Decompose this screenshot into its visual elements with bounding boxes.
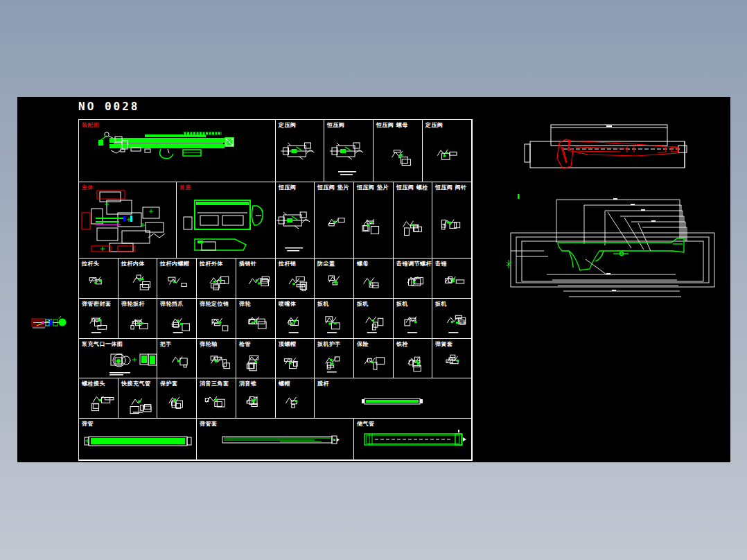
- part-label: 弹轮扳杆: [121, 301, 145, 308]
- part-cell-r1-11[interactable]: 恒压阀 阀针: [432, 182, 472, 259]
- part-label: 恒压阀: [327, 122, 345, 129]
- part-cell-r2-20[interactable]: 击锤调节螺杆: [394, 259, 432, 299]
- part-sketch: [324, 120, 374, 182]
- part-cell-r3-26[interactable]: 弹轮: [236, 299, 276, 339]
- part-label: 枪管: [239, 341, 251, 348]
- part-label: 螺帽: [279, 380, 290, 387]
- part-cell-r5-43[interactable]: 保护套: [157, 378, 197, 419]
- part-sketch: [276, 120, 324, 182]
- part-cell-r6-48[interactable]: 弹管: [79, 419, 197, 460]
- part-cell-r1-6[interactable]: 首座: [177, 182, 276, 259]
- part-cell-r3-27[interactable]: 喷嘴体: [276, 299, 315, 339]
- part-cell-r1-5[interactable]: 主体: [79, 182, 177, 259]
- stock-dimension-view-green[interactable]: [502, 193, 723, 304]
- margin-detail-sketch[interactable]: [31, 313, 69, 331]
- part-cell-r0-3[interactable]: 恒压阀 螺母: [374, 120, 423, 182]
- part-label: 拉杆头: [82, 261, 100, 268]
- part-cell-r2-19[interactable]: 螺母: [354, 259, 394, 299]
- part-label: 快接充气管: [121, 380, 151, 387]
- part-sketch: [276, 182, 315, 259]
- part-cell-r4-34[interactable]: 弹轮轴: [197, 339, 236, 378]
- part-cell-r2-13[interactable]: 拉杆内体: [118, 259, 157, 299]
- part-cell-r4-38[interactable]: 保险: [354, 339, 394, 378]
- part-cell-r3-23[interactable]: 弹轮扳杆: [118, 299, 157, 339]
- part-label: 恒压阀 螺母: [376, 122, 408, 129]
- part-label: 恒压阀 垫片: [317, 184, 349, 191]
- part-sketch: [354, 182, 394, 259]
- part-cell-r0-4[interactable]: 定压阀: [423, 120, 472, 182]
- part-label: 拉杆外体: [200, 261, 223, 268]
- part-label: 泵充气口一体图: [82, 341, 123, 348]
- part-cell-r6-49[interactable]: 弹管套: [197, 419, 354, 460]
- part-sketch: [79, 120, 276, 182]
- part-cell-r4-36[interactable]: 顶螺帽: [276, 339, 315, 378]
- part-cell-r4-37[interactable]: 扳机护手: [315, 339, 354, 378]
- part-cell-r0-1[interactable]: 定压阀: [276, 120, 324, 182]
- part-label: 弹轮定位销: [200, 301, 229, 308]
- part-cell-r2-14[interactable]: 拉杆内螺帽: [157, 259, 197, 299]
- part-cell-r5-41[interactable]: 螺栓接头: [79, 378, 118, 419]
- part-sketch: [79, 419, 197, 460]
- part-cell-r3-28[interactable]: 扳机: [315, 299, 354, 339]
- part-cell-r1-10[interactable]: 恒压阀 螺栓: [394, 182, 432, 259]
- part-cell-r2-17[interactable]: 拉杆销: [276, 259, 315, 299]
- part-cell-r1-8[interactable]: 恒压阀 垫片: [315, 182, 354, 259]
- cad-drawing-canvas[interactable]: NO 0028 装配图定压阀恒压阀恒压阀 螺母定压阀主体首座恒压阀恒压阀 垫片恒…: [17, 97, 730, 462]
- part-label: 定压阀: [425, 122, 443, 129]
- part-cell-r2-16[interactable]: 插销针: [236, 259, 276, 299]
- part-cell-r3-29[interactable]: 扳机: [354, 299, 394, 339]
- part-label: 防尘盖: [317, 261, 335, 268]
- part-label: 主体: [82, 184, 94, 191]
- stock-green-drawing: [502, 193, 723, 304]
- part-label: 扳机: [357, 301, 369, 308]
- part-cell-r0-2[interactable]: 恒压阀: [324, 120, 374, 182]
- part-cell-r4-40[interactable]: 弹簧套: [432, 339, 472, 378]
- part-label: 拉杆销: [279, 261, 297, 268]
- part-sketch: [432, 182, 472, 259]
- part-cell-r4-35[interactable]: 枪管: [236, 339, 276, 378]
- part-label: 储气管: [357, 421, 375, 428]
- part-sketch: [197, 419, 354, 460]
- part-label: 定压阀: [279, 122, 297, 129]
- part-label: 扳机护手: [317, 341, 341, 348]
- part-cell-r4-32[interactable]: 泵充气口一体图: [79, 339, 157, 378]
- part-cell-r3-22[interactable]: 弹管密封套: [79, 299, 118, 339]
- stock-side-view-red[interactable]: [523, 119, 696, 175]
- stock-red-drawing: [523, 119, 696, 175]
- part-cell-r4-39[interactable]: 铁栓: [394, 339, 432, 378]
- part-cell-r1-9[interactable]: 恒压阀 垫片: [354, 182, 394, 259]
- part-cell-r2-21[interactable]: 击锤: [432, 259, 472, 299]
- part-cell-r5-42[interactable]: 快接充气管: [118, 378, 157, 419]
- margin-detail-drawing: [31, 313, 69, 331]
- part-cell-r5-44[interactable]: 消音三角套: [197, 378, 236, 419]
- part-label: 装配图: [82, 122, 100, 129]
- part-sketch: [79, 182, 177, 259]
- part-label: 恒压阀 螺栓: [396, 184, 428, 191]
- part-cell-r1-7[interactable]: 恒压阀: [276, 182, 315, 259]
- part-cell-r5-46[interactable]: 螺帽: [276, 378, 315, 419]
- part-sketch: [315, 182, 354, 259]
- part-label: 消音三角套: [200, 380, 229, 387]
- part-cell-r2-18[interactable]: 防尘盖: [315, 259, 354, 299]
- part-label: 首座: [179, 184, 191, 191]
- part-sketch: [177, 182, 276, 259]
- part-label: 顶螺帽: [279, 341, 297, 348]
- part-sketch: [315, 378, 472, 419]
- part-label: 保险: [357, 341, 369, 348]
- part-cell-r2-15[interactable]: 拉杆外体: [197, 259, 236, 299]
- part-cell-r0-0[interactable]: 装配图: [79, 120, 276, 182]
- part-cell-r3-24[interactable]: 弹轮挡爪: [157, 299, 197, 339]
- part-cell-r5-47[interactable]: 膛杆: [315, 378, 472, 419]
- part-label: 恒压阀 阀针: [435, 184, 467, 191]
- part-sketch: [394, 182, 432, 259]
- part-label: 弹簧套: [435, 341, 453, 348]
- part-cell-r4-33[interactable]: 把手: [157, 339, 197, 378]
- part-cell-r3-25[interactable]: 弹轮定位销: [197, 299, 236, 339]
- part-cell-r6-50[interactable]: 储气管: [354, 419, 472, 460]
- part-cell-r3-30[interactable]: 扳机: [394, 299, 432, 339]
- part-label: 恒压阀 垫片: [357, 184, 389, 191]
- part-cell-r5-45[interactable]: 消音锥: [236, 378, 276, 419]
- part-cell-r3-31[interactable]: 扳机: [432, 299, 472, 339]
- part-cell-r2-12[interactable]: 拉杆头: [79, 259, 118, 299]
- part-label: 弹轮: [239, 301, 251, 308]
